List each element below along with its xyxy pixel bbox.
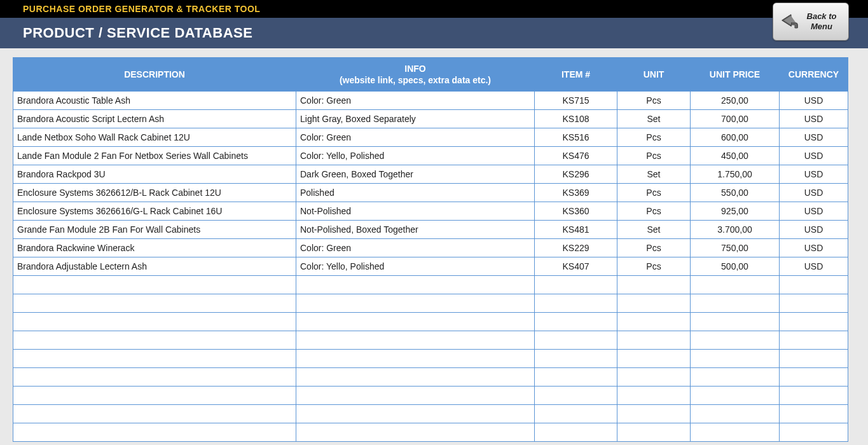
cell-unit[interactable]: Pcs [617, 202, 691, 221]
cell-price[interactable]: 250,00 [691, 92, 780, 110]
cell-description[interactable]: Brandora Rackpod 3U [13, 165, 296, 184]
cell-info[interactable] [296, 276, 535, 294]
cell-currency[interactable] [780, 405, 848, 423]
cell-info[interactable]: Not-Polished [296, 202, 535, 221]
cell-description[interactable]: Lande Netbox Soho Wall Rack Cabinet 12U [13, 128, 296, 147]
cell-description[interactable] [13, 294, 296, 313]
table-row-empty[interactable] [13, 313, 848, 331]
cell-unit[interactable]: Set [617, 165, 691, 184]
cell-unit[interactable]: Pcs [617, 184, 691, 202]
cell-description[interactable]: Brandora Acoustic Script Lectern Ash [13, 110, 296, 128]
cell-description[interactable] [13, 313, 296, 331]
cell-description[interactable]: Brandora Rackwine Winerack [13, 239, 296, 257]
cell-currency[interactable]: USD [780, 165, 848, 184]
cell-unit[interactable] [617, 276, 691, 294]
cell-info[interactable] [296, 368, 535, 387]
cell-unit[interactable]: Pcs [617, 239, 691, 257]
cell-currency[interactable]: USD [780, 239, 848, 257]
cell-info[interactable]: Dark Green, Boxed Together [296, 165, 535, 184]
cell-price[interactable] [691, 294, 780, 313]
cell-info[interactable]: Color: Green [296, 92, 535, 110]
cell-info[interactable] [296, 423, 535, 442]
cell-item[interactable] [535, 276, 617, 294]
cell-unit[interactable]: Set [617, 110, 691, 128]
cell-currency[interactable] [780, 331, 848, 350]
cell-info[interactable] [296, 350, 535, 368]
table-row[interactable]: Brandora Acoustic Script Lectern AshLigh… [13, 110, 848, 128]
table-row-empty[interactable] [13, 423, 848, 442]
cell-price[interactable] [691, 276, 780, 294]
cell-price[interactable] [691, 405, 780, 423]
cell-item[interactable]: KS369 [535, 184, 617, 202]
table-row-empty[interactable] [13, 331, 848, 350]
cell-item[interactable] [535, 387, 617, 405]
cell-info[interactable] [296, 313, 535, 331]
table-row[interactable]: Brandora Rackpod 3UDark Green, Boxed Tog… [13, 165, 848, 184]
cell-price[interactable]: 750,00 [691, 239, 780, 257]
cell-unit[interactable]: Pcs [617, 128, 691, 147]
cell-unit[interactable]: Pcs [617, 92, 691, 110]
cell-description[interactable] [13, 368, 296, 387]
table-row[interactable]: Lande Netbox Soho Wall Rack Cabinet 12UC… [13, 128, 848, 147]
cell-price[interactable] [691, 368, 780, 387]
cell-item[interactable]: KS476 [535, 147, 617, 165]
cell-description[interactable]: Lande Fan Module 2 Fan For Netbox Series… [13, 147, 296, 165]
cell-description[interactable]: Brandora Adjustable Lectern Ash [13, 257, 296, 276]
cell-info[interactable] [296, 294, 535, 313]
cell-description[interactable] [13, 276, 296, 294]
cell-unit[interactable] [617, 294, 691, 313]
cell-unit[interactable]: Pcs [617, 257, 691, 276]
table-row[interactable]: Lande Fan Module 2 Fan For Netbox Series… [13, 147, 848, 165]
cell-description[interactable]: Enclosure Systems 3626616/G-L Rack Cabin… [13, 202, 296, 221]
cell-unit[interactable] [617, 331, 691, 350]
cell-price[interactable]: 550,00 [691, 184, 780, 202]
cell-currency[interactable]: USD [780, 110, 848, 128]
cell-currency[interactable] [780, 368, 848, 387]
cell-currency[interactable] [780, 423, 848, 442]
cell-item[interactable] [535, 368, 617, 387]
cell-currency[interactable] [780, 313, 848, 331]
cell-price[interactable]: 500,00 [691, 257, 780, 276]
cell-price[interactable]: 450,00 [691, 147, 780, 165]
cell-price[interactable] [691, 331, 780, 350]
cell-item[interactable] [535, 313, 617, 331]
cell-unit[interactable] [617, 350, 691, 368]
cell-item[interactable]: KS715 [535, 92, 617, 110]
cell-item[interactable]: KS229 [535, 239, 617, 257]
cell-unit[interactable] [617, 313, 691, 331]
table-row-empty[interactable] [13, 405, 848, 423]
cell-price[interactable]: 1.750,00 [691, 165, 780, 184]
table-row[interactable]: Enclosure Systems 3626616/G-L Rack Cabin… [13, 202, 848, 221]
cell-info[interactable] [296, 387, 535, 405]
cell-currency[interactable] [780, 276, 848, 294]
table-row-empty[interactable] [13, 350, 848, 368]
cell-item[interactable] [535, 405, 617, 423]
cell-info[interactable]: Color: Yello, Polished [296, 257, 535, 276]
back-to-menu-button[interactable]: Back to Menu [773, 3, 849, 41]
cell-currency[interactable]: USD [780, 221, 848, 239]
cell-currency[interactable] [780, 387, 848, 405]
cell-description[interactable] [13, 387, 296, 405]
cell-currency[interactable] [780, 350, 848, 368]
cell-price[interactable] [691, 387, 780, 405]
cell-item[interactable] [535, 350, 617, 368]
table-row[interactable]: Grande Fan Module 2B Fan For Wall Cabine… [13, 221, 848, 239]
cell-price[interactable]: 700,00 [691, 110, 780, 128]
cell-info[interactable]: Polished [296, 184, 535, 202]
cell-currency[interactable] [780, 294, 848, 313]
cell-unit[interactable] [617, 387, 691, 405]
cell-description[interactable]: Brandora Acoustic Table Ash [13, 92, 296, 110]
cell-description[interactable]: Enclosure Systems 3626612/B-L Rack Cabin… [13, 184, 296, 202]
cell-currency[interactable]: USD [780, 92, 848, 110]
cell-info[interactable]: Color: Green [296, 128, 535, 147]
cell-item[interactable] [535, 331, 617, 350]
cell-price[interactable]: 925,00 [691, 202, 780, 221]
cell-description[interactable] [13, 423, 296, 442]
table-row-empty[interactable] [13, 387, 848, 405]
cell-currency[interactable]: USD [780, 147, 848, 165]
cell-item[interactable]: KS407 [535, 257, 617, 276]
cell-item[interactable]: KS296 [535, 165, 617, 184]
table-row-empty[interactable] [13, 294, 848, 313]
cell-price[interactable] [691, 423, 780, 442]
cell-info[interactable]: Not-Polished, Boxed Together [296, 221, 535, 239]
